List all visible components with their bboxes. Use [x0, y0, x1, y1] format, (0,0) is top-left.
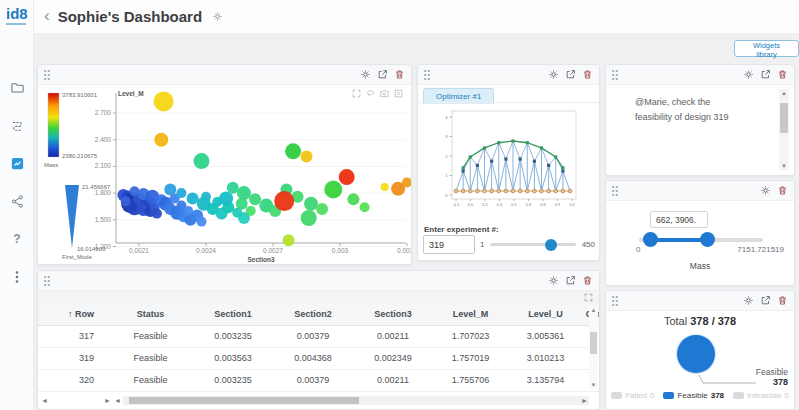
scatter-bubble[interactable]: [152, 209, 162, 219]
drag-handle-icon[interactable]: [611, 69, 619, 81]
scroll-down-icon[interactable]: ▼: [589, 382, 598, 388]
scatter-bubble[interactable]: [301, 210, 317, 226]
scatter-bubble[interactable]: [176, 188, 186, 198]
legend-item-infeasible[interactable]: Infeasible 0: [733, 391, 789, 400]
column-header-level_m[interactable]: Level_M: [433, 304, 508, 325]
scatter-bubble[interactable]: [301, 151, 313, 163]
dashboard-settings-button[interactable]: [212, 8, 223, 26]
legend-item-failed[interactable]: Failed 0: [611, 391, 654, 400]
scatter-bubble[interactable]: [236, 198, 248, 210]
column-header-row[interactable]: ↑ Row: [38, 304, 108, 325]
scroll-left-icon[interactable]: ◄: [114, 397, 121, 404]
scatter-bubble[interactable]: [187, 192, 199, 204]
scatter-bubble[interactable]: [339, 169, 355, 185]
bubble-scatter-plot[interactable]: 2.7002.4002.1001.8001.5001.2000.00210.00…: [38, 85, 411, 264]
scroll-up-icon[interactable]: ▲: [589, 307, 598, 313]
scatter-bubble[interactable]: [347, 193, 359, 205]
comment-scrollbar[interactable]: ▲ ▼: [779, 89, 789, 170]
column-header-section3[interactable]: Section3: [353, 304, 433, 325]
table-vertical-scrollbar[interactable]: ▲ ▼: [589, 306, 598, 389]
scatter-bubble[interactable]: [154, 133, 168, 147]
scatter-bubble[interactable]: [274, 191, 294, 211]
slider-handle[interactable]: [545, 239, 557, 251]
scrollbar-thumb[interactable]: [129, 397, 359, 404]
table-horizontal-scrollbar[interactable]: ►: [123, 396, 589, 405]
mass-range-slider[interactable]: [639, 232, 763, 246]
delete-button[interactable]: [776, 184, 789, 197]
column-header-level_u[interactable]: Level_U: [508, 304, 583, 325]
drag-handle-icon[interactable]: [423, 69, 431, 81]
export-button[interactable]: [759, 294, 772, 307]
drag-handle-icon[interactable]: [611, 295, 619, 307]
scatter-bubble[interactable]: [316, 203, 328, 215]
slider-track[interactable]: [490, 243, 575, 246]
export-button[interactable]: [376, 68, 389, 81]
page-left-icon[interactable]: ◄: [41, 397, 48, 404]
scatter-bubble[interactable]: [283, 234, 295, 246]
scroll-down-icon[interactable]: ▼: [779, 163, 789, 169]
scatter-bubble[interactable]: [324, 181, 342, 199]
scatter-bubble[interactable]: [194, 153, 210, 169]
scatter-bubble[interactable]: [154, 91, 174, 111]
widgets-library-button[interactable]: Widgets library: [734, 40, 799, 57]
settings-button[interactable]: [547, 274, 560, 287]
delete-button[interactable]: [776, 294, 789, 307]
column-header-section1[interactable]: Section1: [193, 304, 273, 325]
scatter-bubble[interactable]: [201, 192, 211, 202]
export-button[interactable]: [759, 68, 772, 81]
scatter-bubble[interactable]: [227, 182, 239, 194]
drag-handle-icon[interactable]: [43, 275, 51, 287]
delete-button[interactable]: [581, 68, 594, 81]
delete-button[interactable]: [776, 68, 789, 81]
sidebar-item-projects[interactable]: [8, 78, 26, 96]
scatter-bubble[interactable]: [121, 196, 131, 206]
scatter-bubble[interactable]: [285, 143, 301, 159]
scatter-bubble[interactable]: [246, 206, 256, 216]
scatter-bubble[interactable]: [237, 186, 251, 200]
drag-handle-icon[interactable]: [611, 185, 619, 197]
legend-item-feasible[interactable]: Feasible 378: [663, 391, 724, 400]
sidebar-item-workflows[interactable]: [8, 116, 26, 134]
drag-handle-icon[interactable]: [43, 69, 51, 81]
data-table[interactable]: ↑ RowStatusSection1Section2Section3Level…: [38, 304, 600, 392]
app-logo[interactable]: id8: [6, 6, 28, 25]
sidebar-item-more[interactable]: [8, 268, 26, 286]
export-button[interactable]: [564, 274, 577, 287]
camera-icon[interactable]: [380, 89, 389, 98]
expand-table-icon[interactable]: [584, 293, 593, 302]
fullscreen-icon[interactable]: [352, 89, 361, 98]
settings-button[interactable]: [759, 184, 772, 197]
comment-body[interactable]: @Marie, check the feasibility of design …: [609, 87, 791, 172]
delete-button[interactable]: [393, 68, 406, 81]
page-right-icon[interactable]: ►: [104, 397, 111, 404]
settings-button[interactable]: [742, 294, 755, 307]
lasso-select-icon[interactable]: [366, 89, 375, 98]
export-button[interactable]: [564, 68, 577, 81]
mass-range-value[interactable]: 662, 3906.: [650, 211, 708, 228]
settings-button[interactable]: [742, 68, 755, 81]
delete-button[interactable]: [581, 274, 594, 287]
close-box-icon[interactable]: [394, 89, 403, 98]
settings-button[interactable]: [547, 68, 560, 81]
scatter-bubble[interactable]: [249, 193, 261, 205]
sidebar-item-share[interactable]: [8, 192, 26, 210]
scrollbar-thumb[interactable]: [590, 332, 597, 354]
sidebar-item-help[interactable]: ?: [8, 230, 26, 248]
scrollbar-thumb[interactable]: [780, 103, 788, 133]
column-header-section2[interactable]: Section2: [273, 304, 353, 325]
column-header-status[interactable]: Status: [108, 304, 193, 325]
table-row[interactable]: 319Feasible0.0035630.0043680.0023491.757…: [38, 347, 600, 369]
back-button[interactable]: ‹: [44, 6, 50, 26]
scroll-right-icon[interactable]: ►: [581, 397, 588, 404]
experiment-number-input[interactable]: [423, 235, 475, 254]
pie-chart[interactable]: [677, 335, 715, 373]
scatter-bubble[interactable]: [360, 202, 370, 212]
scroll-up-icon[interactable]: ▲: [779, 90, 789, 96]
scatter-bubble[interactable]: [197, 217, 207, 227]
settings-button[interactable]: [359, 68, 372, 81]
scatter-bubble[interactable]: [304, 197, 318, 211]
scatter-bubble[interactable]: [164, 184, 176, 196]
sidebar-item-dashboards[interactable]: [8, 154, 26, 172]
table-row[interactable]: 317Feasible0.0032350.003790.002111.70702…: [38, 325, 600, 347]
scatter-bubble[interactable]: [381, 183, 389, 191]
